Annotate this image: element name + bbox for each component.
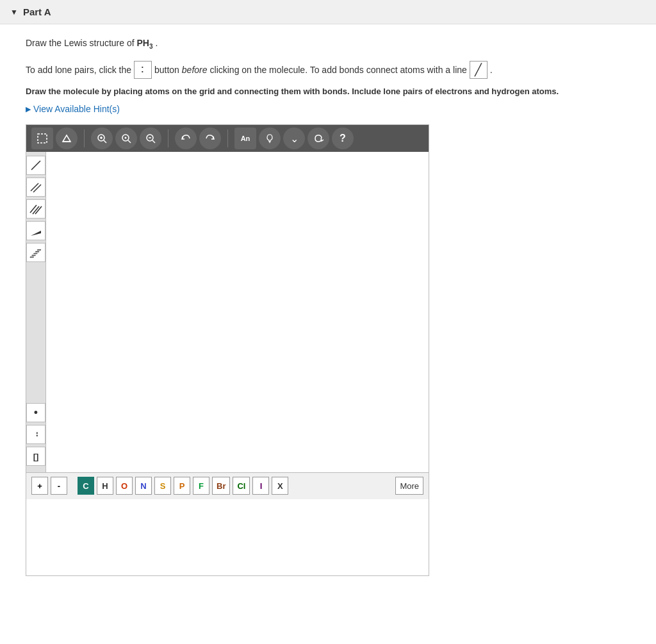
atom-bar: + - C H O N S P F Br Cl I X More <box>26 472 429 499</box>
atom-br-button[interactable]: Br <box>212 477 230 495</box>
redo-button[interactable] <box>199 128 221 149</box>
atom-h-button[interactable]: H <box>97 477 113 495</box>
hint-arrow: ▶ <box>26 105 31 113</box>
select-erase-group <box>31 128 78 149</box>
svg-line-21 <box>31 249 40 258</box>
double-bond-button[interactable] <box>26 178 45 197</box>
svg-line-15 <box>31 183 38 191</box>
toolbar-top: An ⌄ ? <box>26 125 429 152</box>
formula-ph: PH3 <box>137 38 153 48</box>
svg-line-10 <box>152 140 155 143</box>
svg-line-16 <box>33 185 41 192</box>
double-dot-button[interactable]: ∶ <box>26 425 45 444</box>
copy-button[interactable]: An <box>234 128 256 149</box>
single-dot-button[interactable]: • <box>26 403 45 422</box>
page-wrapper: ▼ Part A Draw the Lewis structure of PH3… <box>0 0 656 644</box>
atom-c-button[interactable]: C <box>78 477 94 495</box>
zoom-group <box>91 128 161 149</box>
wedge-bond-button[interactable] <box>26 221 45 240</box>
single-bond-button[interactable] <box>26 156 45 175</box>
instruction-line: To add lone pairs, click the ∶ button be… <box>26 61 630 79</box>
collapse-arrow[interactable]: ▼ <box>10 8 18 17</box>
atom-f-button[interactable]: F <box>193 477 209 495</box>
sep1 <box>84 129 85 147</box>
minus-button[interactable]: - <box>51 477 67 495</box>
dash-bond-button[interactable] <box>26 243 45 262</box>
question-text: Draw the Lewis structure of PH3 . <box>26 36 630 52</box>
draw-instruction: Draw the Lewis structure of <box>26 38 135 48</box>
bold-instruction: Draw the molecule by placing atoms on th… <box>26 85 630 98</box>
lightbulb-button[interactable] <box>259 128 281 149</box>
italic-before: before <box>182 65 208 75</box>
side-tools-panel: • ∶ [] <box>26 152 46 472</box>
atom-s-button[interactable]: S <box>154 477 171 495</box>
drawing-main: • ∶ [] <box>26 152 429 472</box>
svg-line-23 <box>30 249 39 258</box>
undo-redo-group <box>175 128 221 149</box>
eraser-tool-button[interactable] <box>56 128 78 149</box>
atom-x-button[interactable]: X <box>272 477 288 495</box>
part-title: Part A <box>23 6 51 17</box>
select-tool-button[interactable] <box>31 128 53 149</box>
zoom-in-button[interactable] <box>91 128 113 149</box>
atom-p-button[interactable]: P <box>174 477 190 495</box>
svg-point-8 <box>125 137 127 139</box>
hint-text: View Available Hint(s) <box>33 104 120 114</box>
svg-rect-0 <box>38 134 47 143</box>
sep2 <box>168 129 168 147</box>
zoom-fit-button[interactable] <box>115 128 137 149</box>
triple-bond-button[interactable] <box>26 199 45 219</box>
bottom-canvas-area <box>26 499 429 575</box>
undo-button[interactable] <box>175 128 197 149</box>
lone-pair-icon-example: ∶ <box>134 61 152 79</box>
instruction-mid: button before <box>154 63 208 77</box>
instruction-pre: To add lone pairs, click the <box>26 63 131 77</box>
part-header: ▼ Part A <box>0 0 656 24</box>
svg-line-3 <box>104 140 106 143</box>
period: . <box>155 38 158 48</box>
drawing-canvas[interactable] <box>46 152 429 472</box>
chevron-down-button[interactable]: ⌄ <box>283 128 305 149</box>
atom-n-button[interactable]: N <box>135 477 152 495</box>
atom-o-button[interactable]: O <box>116 477 133 495</box>
sep3 <box>227 129 228 147</box>
drawing-container: An ⌄ ? <box>26 124 429 576</box>
subscript-3: 3 <box>149 43 153 50</box>
atom-i-button[interactable]: I <box>252 477 269 495</box>
refresh-button[interactable] <box>308 128 329 149</box>
bond-icon-example: ╱ <box>470 61 488 79</box>
svg-line-17 <box>30 205 37 213</box>
svg-line-14 <box>31 161 40 170</box>
period2: . <box>490 63 493 77</box>
svg-line-7 <box>128 140 131 143</box>
hint-link[interactable]: ▶ View Available Hint(s) <box>26 104 630 114</box>
bracket-button[interactable]: [] <box>26 447 45 466</box>
content-area: Draw the Lewis structure of PH3 . To add… <box>0 24 656 600</box>
misc-group: An ⌄ ? <box>234 128 354 149</box>
plus-button[interactable]: + <box>31 477 48 495</box>
help-button[interactable]: ? <box>332 128 354 149</box>
instruction-post: clicking on the molecule. To add bonds c… <box>210 63 467 77</box>
svg-marker-20 <box>31 231 41 236</box>
more-button[interactable]: More <box>395 477 423 495</box>
atom-cl-button[interactable]: Cl <box>233 477 250 495</box>
zoom-out-button[interactable] <box>140 128 161 149</box>
